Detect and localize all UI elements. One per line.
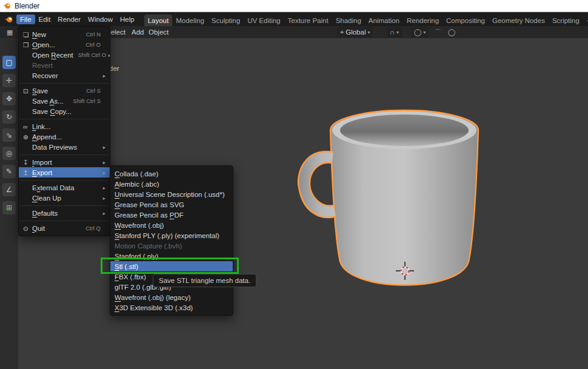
menu-item-label: Revert [32,62,53,69]
chevron-down-icon: ▾ [367,30,370,35]
tab-shading[interactable]: Shading [332,15,365,26]
menu-item-x3d-extensible-3d-x3d[interactable]: X3D Extensible 3D (.x3d) [110,302,233,313]
tab-rendering[interactable]: Rendering [403,15,443,26]
menu-item-shortcut: Shift Ctrl O [73,52,106,58]
rotate-tool[interactable]: ↻ [2,110,16,124]
link-icon: ∞ [23,123,32,130]
menu-item-shortcut: Ctrl S [81,87,101,94]
append-icon: ⊕ [23,133,32,141]
proportional-editing-toggle[interactable]: ◯ ▾ [411,27,429,38]
tool-shelf: ▢✛✥↻⇘◎✎∠⊞ [0,38,18,369]
menu-item-clean-up[interactable]: Clean Up▸ [19,193,110,203]
add-menu[interactable]: Add [130,26,145,38]
new-file-icon: ❏ [23,31,32,38]
options-circle-icon[interactable]: ◯ [446,26,457,38]
object-menu[interactable]: Object [147,26,170,38]
menu-item-open[interactable]: ❒Open...Ctrl O [19,39,110,50]
transform-orientation-dropdown[interactable]: ⌖ Global ▾ [337,27,373,38]
falloff-icon[interactable]: ⌒ [433,26,443,38]
menu-item-label: Universal Scene Description (.usd*) [115,191,225,198]
submenu-arrow-icon: ▸ [101,210,105,216]
menu-item-collada-dae[interactable]: Collada (.dae) [110,168,233,179]
menu-item-grease-pencil-as-pdf[interactable]: Grease Pencil as PDF [110,210,233,220]
cursor-tool[interactable]: ✛ [2,74,16,87]
menu-item-label: Save As... [32,98,64,105]
menu-item-label: Link... [32,123,51,130]
menu-item-label: Recover [32,72,58,79]
tab-geometry-nodes[interactable]: Geometry Nodes [489,15,549,26]
blender-logo-icon[interactable] [4,15,13,24]
submenu-arrow-icon: ▸ [101,159,105,165]
menu-item-save-as[interactable]: Save As...Shift Ctrl S [19,96,110,106]
tooltip: Save STL triangle mesh data. [153,274,256,287]
save-icon: ⊡ [23,87,32,95]
tab-scripting[interactable]: Scripting [549,15,583,26]
add-workspace-button[interactable]: + [583,15,588,26]
menu-item-import[interactable]: ↧Import▸ [19,157,110,167]
tab-uv-editing[interactable]: UV Editing [244,15,284,26]
menu-edit[interactable]: Edit [35,15,55,24]
menu-item-label: Export [32,169,52,176]
menu-item-revert: Revert [19,60,110,70]
workspace-tabs: LayoutModelingSculptingUV EditingTexture… [144,12,588,26]
menu-separator [19,155,109,155]
menu-item-save[interactable]: ⊡SaveCtrl S [19,85,110,96]
menu-item-defaults[interactable]: Defaults▸ [19,208,110,218]
select-box-tool[interactable]: ▢ [2,56,16,69]
main-menubar: FileEditRenderWindowHelp [16,15,138,24]
move-tool[interactable]: ✥ [2,92,16,105]
editor-type-icon[interactable]: ▦ [5,26,15,38]
menu-item-export[interactable]: ↥Export▸ [19,167,110,178]
mug-object[interactable] [291,94,497,300]
mug-handle[interactable] [298,151,336,218]
menu-item-label: Append... [32,133,62,141]
tab-layout[interactable]: Layout [144,15,173,26]
scale-tool[interactable]: ⇘ [2,128,16,142]
menu-item-data-previews[interactable]: Data Previews▸ [19,142,110,152]
tooltip-text: Save STL triangle mesh data. [159,277,250,284]
tab-sculpting[interactable]: Sculpting [208,15,244,26]
menu-separator [19,180,109,181]
menu-item-recover[interactable]: Recover▸ [19,70,110,81]
menu-item-stanford-ply-ply-experimental[interactable]: Stanford PLY (.ply) (experimental) [110,230,233,241]
menu-file[interactable]: File [16,15,35,24]
mug-inner [340,115,469,146]
menu-item-universal-scene-description-usd[interactable]: Universal Scene Description (.usd*) [110,189,233,199]
menu-item-alembic-abc[interactable]: Alembic (.abc) [110,179,233,189]
chevron-down-icon: ▾ [423,30,426,35]
tab-animation[interactable]: Animation [365,15,403,26]
menu-item-append[interactable]: ⊕Append... [19,131,110,142]
tab-modeling[interactable]: Modeling [172,15,208,26]
menu-item-grease-pencil-as-svg[interactable]: Grease Pencil as SVG [110,199,233,210]
window-titlebar: Blender [0,0,588,12]
menu-separator [19,119,109,119]
menu-render[interactable]: Render [54,15,84,24]
topbar: FileEditRenderWindowHelp LayoutModelingS… [0,12,588,26]
menu-separator [19,221,109,221]
proportional-circle-icon: ◯ [414,28,421,36]
annotation-highlight-box [101,258,239,274]
add-cube-tool[interactable]: ⊞ [2,201,16,214]
submenu-arrow-icon: ▸ [101,195,105,201]
tab-texture-paint[interactable]: Texture Paint [284,15,332,26]
menu-window[interactable]: Window [84,15,116,24]
menu-help[interactable]: Help [116,15,138,24]
measure-tool[interactable]: ∠ [2,183,16,196]
menu-item-label: X3D Extensible 3D (.x3d) [115,304,193,311]
menu-item-new[interactable]: ❏NewCtrl N [19,29,110,39]
menu-item-open-recent[interactable]: Open RecentShift Ctrl O▸ [19,50,110,60]
menu-item-label: External Data [32,184,75,191]
transform-tool[interactable]: ◎ [2,147,16,160]
power-icon: ⊙ [23,225,32,232]
menu-item-save-copy[interactable]: Save Copy... [19,106,110,116]
snap-dropdown[interactable]: ∩ ▾ [387,27,402,38]
menu-item-quit[interactable]: ⊙QuitCtrl Q [19,223,110,233]
menu-item-external-data[interactable]: External Data▸ [19,182,110,193]
menu-item-link[interactable]: ∞Link... [19,121,110,131]
menu-item-wavefront-obj[interactable]: Wavefront (.obj) [110,220,233,230]
menu-item-shortcut: Ctrl Q [81,225,101,231]
tab-compositing[interactable]: Compositing [443,15,489,26]
menu-separator [19,83,109,84]
menu-item-wavefront-obj-legacy[interactable]: Wavefront (.obj) (legacy) [110,292,233,302]
annotate-tool[interactable]: ✎ [2,165,16,178]
